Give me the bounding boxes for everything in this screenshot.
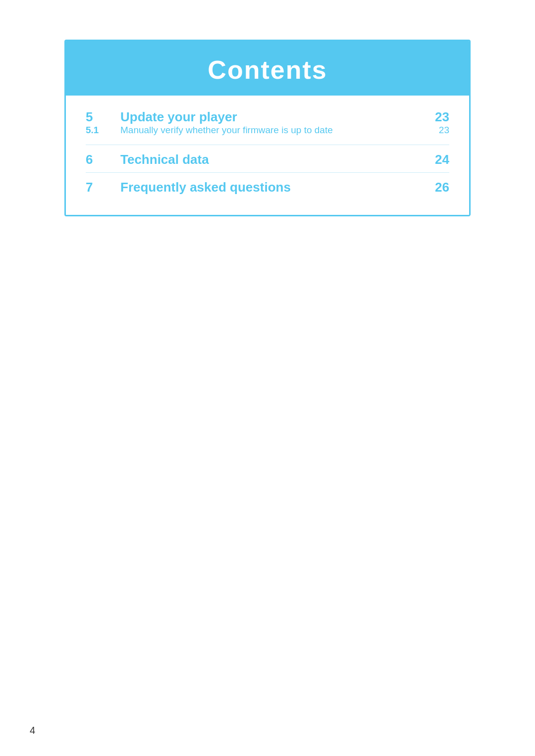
toc-item-5: 5 Update your player 23 [86, 109, 449, 125]
toc-page-5-1: 23 [429, 125, 449, 136]
toc-num-6: 6 [86, 152, 120, 167]
toc-num-5: 5 [86, 109, 120, 125]
toc-label-6: Technical data [120, 152, 429, 167]
contents-header: Contents [66, 41, 469, 96]
toc-label-5-1: Manually verify whether your firmware is… [120, 125, 429, 136]
toc-item-7: 7 Frequently asked questions 26 [86, 180, 449, 195]
toc-page-5: 23 [429, 109, 449, 125]
toc-num-7: 7 [86, 180, 120, 195]
toc-label-7: Frequently asked questions [120, 180, 429, 195]
toc-item-5-1: 5.1 Manually verify whether your firmwar… [86, 125, 449, 136]
contents-body: 5 Update your player 23 5.1 Manually ver… [66, 96, 469, 215]
toc-page-6: 24 [429, 152, 449, 167]
toc-item-6: 6 Technical data 24 [86, 152, 449, 167]
page-title: Contents [208, 55, 327, 84]
toc-label-5: Update your player [120, 109, 429, 125]
contents-box: Contents 5 Update your player 23 5.1 Man… [64, 40, 471, 216]
toc-divider-2 [86, 172, 449, 173]
toc-page-7: 26 [429, 180, 449, 195]
toc-divider-1 [86, 145, 449, 145]
page: Contents 5 Update your player 23 5.1 Man… [0, 0, 535, 756]
page-number: 4 [30, 725, 35, 736]
toc-num-5-1: 5.1 [86, 125, 120, 136]
